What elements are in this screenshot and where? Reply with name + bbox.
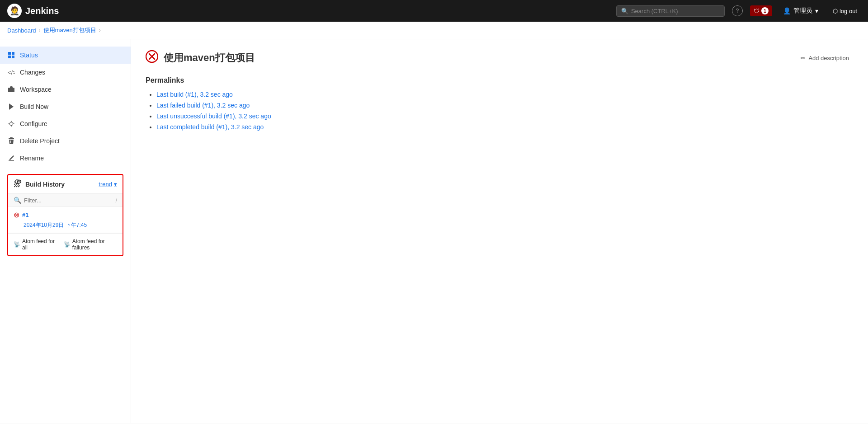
add-description-label: Add description (808, 55, 849, 61)
sidebar-item-configure-label: Configure (20, 120, 47, 127)
breadcrumb-sep-1: › (39, 27, 41, 33)
jenkins-logo-icon: 🤵 (7, 4, 22, 18)
project-error-icon (146, 50, 158, 66)
jenkins-logo-text: Jenkins (25, 6, 59, 16)
add-description-button[interactable]: ✏ Add description (796, 52, 854, 64)
svg-rect-1 (12, 52, 14, 55)
search-input[interactable] (631, 8, 720, 14)
build-date-link[interactable]: 2024年10月29日 下午7:45 (24, 222, 87, 228)
list-item: Last build (#1), 3.2 sec ago (156, 91, 854, 98)
trend-button[interactable]: trend ▾ (99, 181, 117, 188)
svg-marker-6 (9, 103, 14, 110)
permalink-last-build[interactable]: Last build (#1), 3.2 sec ago (156, 91, 233, 98)
svg-text:</>: </> (8, 69, 15, 76)
security-badge[interactable]: 🛡 1 (750, 5, 772, 16)
feed-all-link[interactable]: 📡 Atom feed for all (14, 238, 57, 251)
sidebar-item-workspace[interactable]: Workspace (0, 81, 131, 98)
security-count: 1 (761, 7, 769, 14)
trend-chevron-icon: ▾ (114, 181, 117, 188)
search-box: 🔍 (616, 5, 725, 17)
filter-slash: / (115, 197, 117, 204)
shield-icon: 🛡 (754, 8, 760, 14)
build-number-link[interactable]: #1 (22, 211, 28, 218)
feed-all-icon: 📡 (14, 241, 20, 248)
permalink-last-unsuccessful-build[interactable]: Last unsuccessful build (#1), 3.2 sec ag… (156, 113, 271, 120)
chevron-down-icon: ▾ (815, 7, 818, 14)
topbar: 🤵 Jenkins 🔍 ? 🛡 1 👤 管理员 ▾ ⬡ log out (0, 0, 868, 22)
feed-failures-link[interactable]: 📡 Atom feed for failures (64, 238, 117, 251)
build-history-title-text: Build History (25, 181, 65, 188)
permalink-last-failed-build[interactable]: Last failed build (#1), 3.2 sec ago (156, 102, 250, 109)
sidebar-item-changes-label: Changes (20, 69, 45, 76)
sidebar-item-rename-label: Rename (20, 155, 44, 162)
project-title-row: 使用maven打包项目 ✏ Add description (146, 50, 854, 66)
search-icon: 🔍 (621, 8, 628, 14)
feed-failures-label: Atom feed for failures (72, 238, 117, 251)
workspace-icon (7, 85, 15, 94)
logout-button[interactable]: ⬡ log out (829, 6, 861, 16)
breadcrumb-home[interactable]: Dashboard (7, 27, 36, 34)
main-layout: Status </> Changes Workspace Build Now C… (0, 39, 868, 423)
feed-all-label: Atom feed for all (22, 238, 57, 251)
changes-icon: </> (7, 68, 15, 76)
list-item: Last completed build (#1), 3.2 sec ago (156, 123, 854, 131)
user-menu[interactable]: 👤 管理员 ▾ (779, 5, 822, 17)
build-item: ⊗ #1 2024年10月29日 下午7:45 (8, 207, 123, 233)
sidebar-item-build-now-label: Build Now (20, 103, 48, 110)
user-icon: 👤 (783, 7, 791, 14)
permalink-list: Last build (#1), 3.2 sec ago Last failed… (146, 91, 854, 131)
project-title: 使用maven打包项目 (164, 51, 255, 65)
weather-icon: ⛈ (14, 179, 22, 189)
list-item: Last unsuccessful build (#1), 3.2 sec ag… (156, 113, 854, 120)
sidebar: Status </> Changes Workspace Build Now C… (0, 39, 131, 423)
permalink-last-completed-build[interactable]: Last completed build (#1), 3.2 sec ago (156, 123, 264, 131)
filter-input[interactable] (24, 197, 113, 204)
sidebar-item-configure[interactable]: Configure (0, 115, 131, 132)
jenkins-logo[interactable]: 🤵 Jenkins (7, 4, 59, 18)
footer: REST API Jenkins 2.462.3 (0, 423, 868, 427)
build-history-box: ⛈ Build History trend ▾ 🔍 / ⊗ #1 (7, 174, 123, 256)
sidebar-item-workspace-label: Workspace (20, 86, 52, 93)
svg-rect-0 (8, 52, 11, 55)
list-item: Last failed build (#1), 3.2 sec ago (156, 102, 854, 109)
build-history-title: ⛈ Build History (14, 179, 65, 189)
main-content: 使用maven打包项目 ✏ Add description Permalinks… (131, 39, 868, 423)
delete-project-icon (7, 137, 15, 145)
configure-icon (7, 120, 15, 128)
sidebar-item-status[interactable]: Status (0, 47, 131, 64)
sidebar-item-build-now[interactable]: Build Now (0, 98, 131, 115)
svg-rect-3 (12, 56, 14, 58)
sidebar-item-status-label: Status (20, 52, 38, 59)
logout-label: log out (840, 8, 857, 14)
edit-icon: ✏ (801, 55, 806, 61)
sidebar-item-delete-project[interactable]: Delete Project (0, 132, 131, 150)
breadcrumb-sep-2: › (99, 27, 101, 33)
breadcrumb: Dashboard › 使用maven打包项目 › (0, 22, 868, 39)
feed-links: 📡 Atom feed for all 📡 Atom feed for fail… (8, 233, 123, 255)
feed-failures-icon: 📡 (64, 241, 71, 248)
status-icon (7, 51, 15, 59)
permalinks-title: Permalinks (146, 76, 854, 84)
svg-rect-5 (8, 88, 14, 92)
sidebar-item-changes[interactable]: </> Changes (0, 64, 131, 81)
breadcrumb-current[interactable]: 使用maven打包项目 (43, 26, 96, 34)
logout-icon: ⬡ (833, 8, 838, 14)
build-error-icon: ⊗ (14, 211, 19, 219)
sidebar-item-rename[interactable]: Rename (0, 150, 131, 167)
build-now-icon (7, 103, 15, 111)
filter-row: 🔍 / (8, 194, 123, 207)
filter-search-icon: 🔍 (14, 197, 21, 204)
sidebar-item-delete-project-label: Delete Project (20, 137, 60, 145)
build-history-header: ⛈ Build History trend ▾ (8, 175, 123, 194)
user-name: 管理员 (793, 7, 812, 15)
rename-icon (7, 154, 15, 162)
help-button[interactable]: ? (732, 5, 743, 16)
svg-rect-2 (8, 56, 11, 58)
trend-label: trend (99, 181, 112, 188)
